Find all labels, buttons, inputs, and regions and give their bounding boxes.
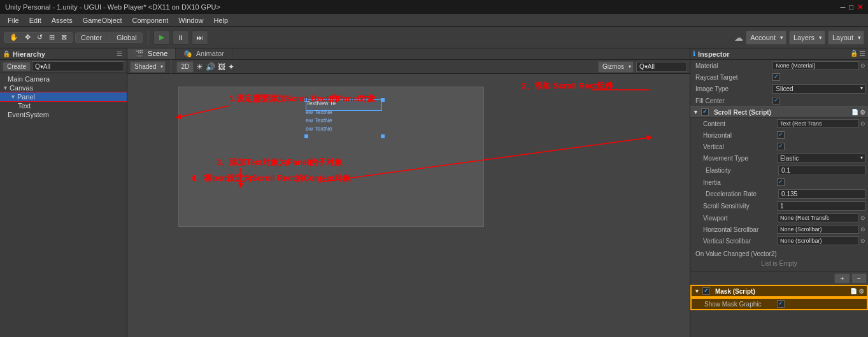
animator-icon: 🎭 [183, 50, 192, 57]
hierarchy-lock-icon: 🔒 [3, 50, 10, 57]
minimize-btn[interactable]: ─ [841, 3, 846, 11]
title-text: Unity Personal - 1.unity - UGUI - Web Pl… [5, 3, 220, 11]
layers-dropdown[interactable]: Layers [789, 31, 825, 45]
horizontal-row: Horizontal [690, 129, 868, 141]
on-value-changed-label: On Value Changed (Vector2) [693, 249, 865, 259]
play-button[interactable]: ▶ [153, 31, 170, 45]
material-label: Material [693, 62, 772, 69]
material-value: None (Material) ⊙ [772, 61, 865, 70]
inertia-row: Inertia [690, 176, 868, 188]
inspector-menu-icon[interactable]: ☰ [859, 50, 865, 58]
vertical-checkbox[interactable] [777, 143, 785, 150]
effects-icon[interactable]: ✦ [228, 62, 234, 71]
scale-tool[interactable]: ⊞ [46, 33, 57, 41]
scene-tab[interactable]: 🎬 Scene [127, 48, 176, 59]
material-select-icon[interactable]: ⊙ [860, 62, 865, 69]
scene-text-obj: TextNew Te [306, 99, 382, 111]
hier-canvas[interactable]: ▼ Canvas [0, 83, 127, 92]
rect-tool[interactable]: ⊠ [59, 33, 69, 41]
horizontal-checkbox[interactable] [777, 131, 785, 139]
scene-tabs: 🎬 Scene 🎭 Animator [127, 48, 690, 60]
scene-view[interactable]: TextNew Te ew TextNe ew TextNe ew TextNe… [127, 74, 690, 337]
mask-header[interactable]: ▼ Mask (Script) 📄 ⚙ [690, 285, 868, 298]
step-button[interactable]: ⏭ [192, 31, 208, 45]
hier-panel[interactable]: ▼ Panel [0, 92, 127, 101]
content-label: Content [693, 120, 777, 127]
menu-file[interactable]: File [3, 15, 24, 25]
viewport-value: None (Rect Transfc [777, 213, 859, 222]
text-label: Text [18, 102, 31, 110]
hierarchy-search-input[interactable] [32, 61, 124, 71]
hierarchy-create-btn[interactable]: Create [3, 62, 31, 71]
center-toggle[interactable]: Center [78, 34, 104, 41]
layout-dropdown[interactable]: Layout [828, 31, 864, 45]
h-scrollbar-select-icon[interactable]: ⊙ [860, 226, 865, 233]
scene-search-input[interactable] [636, 62, 687, 72]
movement-dropdown[interactable]: Elastic [777, 154, 865, 163]
scroll-rect-header[interactable]: ▼ Scroll Rect (Script) 📄 ⚙ [690, 106, 868, 118]
v-scrollbar-label: Vertical Scrollbar [693, 238, 777, 245]
material-row: Material None (Material) ⊙ [690, 60, 868, 71]
audio-icon[interactable]: 🔊 [206, 62, 215, 71]
hierarchy-menu-icon[interactable]: ☰ [115, 50, 124, 58]
viewport-select-icon[interactable]: ⊙ [860, 215, 865, 221]
move-tool[interactable]: ✥ [22, 33, 33, 41]
raycast-row: Raycast Target [690, 71, 868, 83]
decel-row: Deceleration Rate 0.135 [690, 188, 868, 200]
close-btn[interactable]: ✕ [857, 3, 863, 11]
decel-value[interactable]: 0.135 [778, 189, 865, 199]
hier-eventsystem[interactable]: EventSystem [0, 110, 127, 119]
scroll-rect-enable[interactable] [701, 108, 709, 116]
scroll-sens-value[interactable]: 1 [777, 201, 865, 211]
fill-center-checkbox[interactable] [772, 97, 780, 104]
hier-text[interactable]: Text [0, 101, 127, 110]
account-dropdown[interactable]: Account [746, 31, 786, 45]
inspector-header: ℹ Inspector 🔒 ☰ [690, 48, 868, 60]
cloud-icon[interactable]: ☁ [734, 32, 743, 43]
main-camera-label: Main Camera [8, 75, 50, 83]
decel-label: Deceleration Rate [693, 190, 778, 197]
scene-area: 🎬 Scene 🎭 Animator Shaded 2D ☀ 🔊 🖼 ✦ Giz… [127, 48, 690, 337]
menu-help[interactable]: Help [208, 15, 233, 25]
content-select-icon[interactable]: ⊙ [860, 120, 865, 127]
menu-assets[interactable]: Assets [46, 15, 78, 25]
light-icon[interactable]: ☀ [196, 62, 203, 71]
menu-window[interactable]: Window [173, 15, 208, 25]
mask-enable[interactable] [702, 287, 710, 295]
mask-gear-icon[interactable]: ⚙ [858, 288, 864, 295]
menu-gameobject[interactable]: GameObject [78, 15, 127, 25]
animator-tab[interactable]: 🎭 Animator [176, 48, 232, 59]
elasticity-row: Elasticity 0.1 [690, 164, 868, 176]
hand-tool[interactable]: ✋ [7, 33, 21, 41]
mask-title: Mask (Script) [715, 288, 755, 295]
pause-button[interactable]: ⏸ [173, 31, 189, 45]
inspector-panel: ℹ Inspector 🔒 ☰ Material None (Material)… [690, 48, 868, 337]
2d-toggle[interactable]: 2D [176, 61, 194, 73]
menu-edit[interactable]: Edit [24, 15, 46, 25]
inertia-checkbox[interactable] [777, 178, 785, 186]
menu-component[interactable]: Component [127, 15, 173, 25]
hier-main-camera[interactable]: Main Camera [0, 75, 127, 83]
gizmos-dropdown[interactable]: Gizmos [598, 61, 634, 73]
remove-event-btn[interactable]: − [851, 273, 867, 283]
raycast-checkbox[interactable] [772, 73, 780, 81]
vertical-row: Vertical [690, 141, 868, 152]
inspector-lock-icon[interactable]: 🔒 [850, 50, 858, 58]
canvas-label: Canvas [10, 84, 33, 92]
shaded-dropdown[interactable]: Shaded [130, 61, 166, 73]
panel-label: Panel [17, 93, 35, 101]
scroll-rect-gear-icon[interactable]: ⚙ [860, 109, 865, 116]
maximize-btn[interactable]: □ [849, 3, 853, 11]
v-scrollbar-select-icon[interactable]: ⊙ [860, 238, 865, 244]
fill-center-label: Fill Center [693, 97, 772, 104]
global-toggle[interactable]: Global [114, 34, 139, 41]
show-mask-checkbox[interactable] [777, 300, 785, 308]
image-icon[interactable]: 🖼 [218, 62, 225, 71]
vertical-label: Vertical [693, 143, 777, 150]
elasticity-value[interactable]: 0.1 [778, 166, 865, 175]
add-event-btn[interactable]: + [834, 273, 850, 283]
toolbar: ✋ ✥ ↺ ⊞ ⊠ Center | Global ▶ ⏸ ⏭ ☁ Accoun… [0, 27, 868, 48]
viewport-row: Viewport None (Rect Transfc ⊙ [690, 212, 868, 224]
rotate-tool[interactable]: ↺ [34, 33, 45, 41]
image-type-dropdown[interactable]: Sliced [772, 84, 865, 94]
